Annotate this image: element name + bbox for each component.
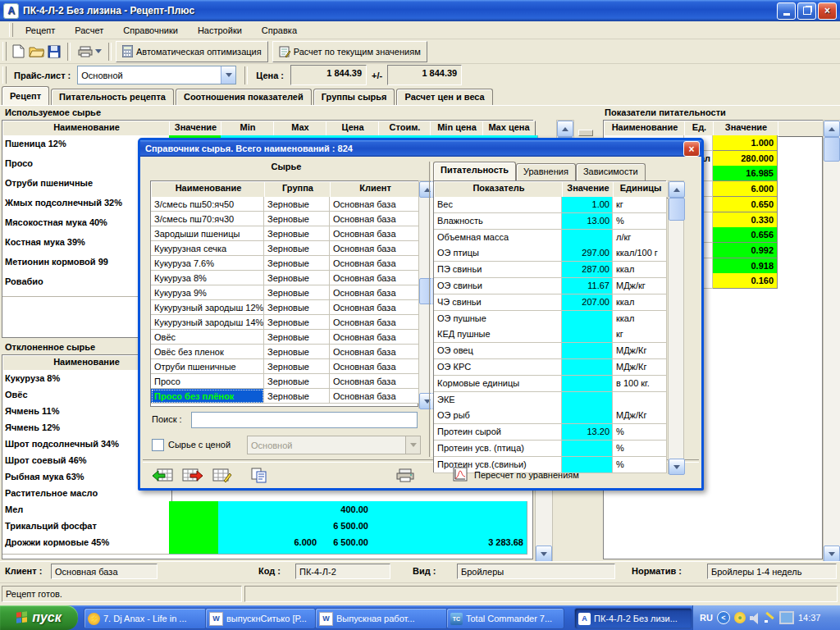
nutrition-scrollbar[interactable] [823,120,840,561]
calc-by-current-button[interactable]: Расчет по текущим значениям [272,41,427,62]
restore-button[interactable] [797,2,816,20]
close-button[interactable]: × [818,2,837,20]
dialog-raw-col-header-0[interactable]: Наименование [151,181,266,199]
used-scroll-up-icon[interactable] [557,121,573,137]
used-col-header-4[interactable]: Цена [326,121,380,137]
dialog-nut-col-header-0[interactable]: Показатель [434,181,564,199]
with-price-checkbox[interactable] [152,439,164,451]
menu-item-0[interactable]: Рецепт [16,23,65,38]
volume-icon[interactable] [750,613,760,623]
tab-3[interactable]: Группы сырья [313,89,395,105]
menu-item-2[interactable]: Справочники [113,23,188,38]
task-button-0[interactable]: ⚡7. Dj Anax - Life in ... [84,608,207,629]
dialog-raw-row[interactable]: ПросоЗерновыеОсновная база [151,374,419,389]
move-left-button[interactable] [150,465,175,486]
rejected-row-name[interactable]: Дрожжи кормовые 45% [2,534,172,555]
used-col-header-6[interactable]: Min цена [430,121,484,137]
auto-optimization-button[interactable]: Автоматическая оптимизация [116,41,268,62]
dialog-raw-row[interactable]: Зародыши пшеницыЗерновыеОсновная база [151,226,419,241]
task-button-3[interactable]: TCTotal Commander 7... [446,608,564,629]
dialog-raw-row[interactable]: Овёс без пленокЗерновыеОсновная база [151,345,419,359]
dialog-tab-2[interactable]: Зависимости [576,163,646,180]
indicator-unit-cell: кг [613,197,667,213]
menu-item-3[interactable]: Настройки [188,23,252,38]
dialog-nut-col-header-1[interactable]: Значение [562,181,614,199]
rejected-row-value-cell [169,534,222,555]
dialog-raw-row[interactable]: Кукуруза 7.6%ЗерновыеОсновная база [151,256,419,271]
tray-emule-icon[interactable]: ● [734,612,746,623]
dialog-title-bar[interactable]: Справочник сырья. Всего наименований : 8… [140,140,701,157]
rejected-scroll-down-icon[interactable] [536,546,552,562]
task-button-2[interactable]: WВыпускная работ... [315,608,448,629]
nutrition-col-header-1[interactable]: Ед. [684,121,714,137]
dialog-raw-row[interactable]: Кукурузный зародыш 14%ЗерновыеОсновная б… [151,315,419,330]
nutrition-col-header-3[interactable] [778,121,824,137]
pricelist-label: Прайс-лист : [14,71,71,80]
dialog-tab-1[interactable]: Уравнения [516,163,576,180]
dialog-raw-col-header-1[interactable]: Группа [264,181,331,199]
save-icon[interactable] [46,43,62,60]
nutrition-scroll-up-icon[interactable] [824,121,840,137]
open-folder-icon[interactable] [28,43,44,60]
raw-group-cell: Зерновые [264,212,330,226]
dialog-raw-row[interactable]: Кукурузный зародыш 12%ЗерновыеОсновная б… [151,300,419,315]
dialog-nutrition-scrollbar[interactable] [668,180,684,474]
dialog-raw-row[interactable]: З/смесь пш70:яч30ЗерновыеОсновная база [151,212,419,226]
dialog-raw-row[interactable]: Отруби пшеничныеЗерновыеОсновная база [151,359,419,374]
used-col-header-2[interactable]: Min [221,121,275,137]
raw-client-cell: Основная база [330,359,419,374]
search-input[interactable] [191,412,418,428]
pricelist-combo[interactable]: Основной [77,66,236,84]
used-col-header-0[interactable]: Наименование [2,121,171,137]
dialog-nut-col-header-2[interactable]: Единицы [613,181,669,199]
dialog-raw-row[interactable]: Кукуруза 8%ЗерновыеОсновная база [151,271,419,285]
tab-0[interactable]: Рецепт [2,86,49,105]
copy-button[interactable] [247,465,272,486]
dialog-nutrition-scroll-down-icon[interactable] [669,459,685,475]
dialog-tab-0[interactable]: Питательность [433,162,516,180]
panel-splitter[interactable] [578,130,593,136]
tablet-pen-icon[interactable] [765,613,775,623]
display-icon[interactable] [779,611,794,624]
edit-table-button[interactable] [210,465,235,486]
indicator-unit-cell: кг [613,326,667,343]
task-button-1[interactable]: WвыпускнСитько [Р... [205,608,316,629]
tray-chevron-icon[interactable]: < [717,611,730,624]
used-col-header-1[interactable]: Значение [169,121,222,137]
minimize-button[interactable] [777,2,796,20]
dialog-print-button[interactable] [393,465,418,486]
nutrition-col-header-2[interactable]: Значение [713,121,779,137]
tab-2[interactable]: Соотношения показателей [176,89,312,105]
print-button[interactable] [75,43,103,60]
used-col-header-5[interactable]: Стоим. [378,121,431,137]
dialog-raw-row[interactable]: Кукурузная сечкаЗерновыеОсновная база [151,241,419,256]
pricelist-dropdown-icon[interactable] [221,66,235,84]
print-dropdown-icon[interactable] [95,49,102,53]
used-col-header-7[interactable]: Max цена [482,121,536,137]
recalc-button[interactable]: Пересчет по уравнениям [453,467,579,482]
dialog-raw-row[interactable]: Просо без плёнокЗерновыеОсновная база [151,389,419,404]
nutrition-row-value: 0.656 [713,227,778,243]
start-button[interactable]: пуск [0,605,78,630]
dialog-nutrition-scroll-thumb[interactable] [669,198,685,221]
language-indicator[interactable]: RU [700,613,713,623]
menu-item-4[interactable]: Справка [252,23,307,38]
dialog-close-button[interactable]: × [683,141,700,157]
nutrition-scroll-down-icon[interactable] [824,546,840,562]
menu-item-1[interactable]: Расчет [65,23,113,38]
nutrition-col-header-0[interactable]: Наименование [604,121,686,137]
new-file-icon[interactable] [10,43,26,60]
dialog-raw-row[interactable]: Кукуруза 9%ЗерновыеОсновная база [151,285,419,300]
indicator-value-cell [562,376,613,392]
tab-1[interactable]: Питательность рецепта [51,89,174,105]
dialog-raw-row[interactable]: З/смесь пш50:яч50ЗерновыеОсновная база [151,197,419,212]
task-button-4[interactable]: АПК-4-Л-2 Без лизи... [574,608,692,629]
used-col-header-3[interactable]: Max [273,121,327,137]
dialog-raw-col-header-2[interactable]: Клиент [330,181,421,199]
dialog-raw-row[interactable]: ОвёсЗерновыеОсновная база [151,330,419,345]
move-right-button[interactable] [180,465,205,486]
tab-4[interactable]: Расчет цен и веса [396,89,492,105]
nutrition-scroll-thumb[interactable] [824,137,840,162]
dialog-nutrition-scroll-up-icon[interactable] [669,181,685,198]
dialog-raw-scrollbar[interactable] [418,180,435,409]
